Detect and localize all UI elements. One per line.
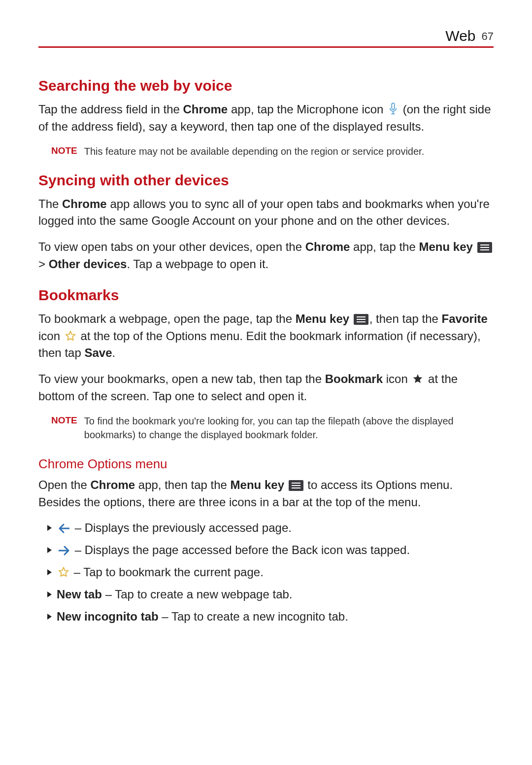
menu-key-icon [477,242,492,253]
syncing-paragraph-2: To view open tabs on your other devices,… [38,239,494,273]
svg-rect-6 [480,249,489,250]
svg-rect-10 [357,321,366,322]
svg-rect-4 [480,244,489,245]
header-section: Web [445,28,475,44]
chrome-options-paragraph: Open the Chrome app, then tap the Menu k… [38,477,494,511]
options-list-item: – Tap to bookmark the current page. [47,564,494,581]
heading-voice-search: Searching the web by voice [38,77,494,94]
bullet-triangle-icon [47,547,52,553]
back-arrow-icon [58,523,70,534]
svg-rect-12 [292,483,300,484]
bookmarks-paragraph-2: To view your bookmarks, open a new tab, … [38,371,494,405]
options-list-item: New tab – Tap to create a new webpage ta… [47,586,494,603]
menu-key-icon [289,480,303,491]
syncing-paragraph-1: The Chrome app allows you to sync all of… [38,196,494,230]
favorite-star-outline-icon [58,566,69,578]
heading-bookmarks: Bookmarks [38,287,494,304]
bookmark-star-filled-icon [412,373,424,385]
microphone-icon [388,103,399,115]
favorite-star-outline-icon [65,330,76,342]
options-list: – Displays the previously accessed page.… [38,520,494,625]
options-list-item: – Displays the previously accessed page. [47,520,494,537]
bullet-triangle-icon [47,614,52,620]
bullet-triangle-icon [47,591,52,597]
voice-search-note: NOTE This feature may not be available d… [51,144,494,158]
heading-syncing: Syncing with other devices [38,172,494,189]
options-list-item: New incognito tab – Tap to create a new … [47,608,494,626]
heading-chrome-options: Chrome Options menu [38,456,494,472]
bookmarks-note: NOTE To find the bookmark you're looking… [51,414,494,442]
bookmarks-paragraph-1: To bookmark a webpage, open the page, ta… [38,311,494,362]
header-page-number: 67 [482,30,494,43]
page-header: Web 67 [38,28,494,48]
svg-rect-8 [357,316,366,317]
voice-search-paragraph: Tap the address field in the Chrome app,… [38,101,494,136]
svg-rect-5 [480,247,489,248]
manual-page: Web 67 Searching the web by voice Tap th… [0,0,532,765]
svg-rect-9 [357,319,366,320]
bullet-triangle-icon [47,569,52,575]
bullet-triangle-icon [47,525,52,531]
forward-arrow-icon [58,545,70,556]
svg-rect-0 [392,103,395,109]
menu-key-icon [354,314,368,325]
options-list-item: – Displays the page accessed before the … [47,542,494,559]
svg-rect-14 [292,487,300,488]
svg-rect-13 [292,485,300,486]
